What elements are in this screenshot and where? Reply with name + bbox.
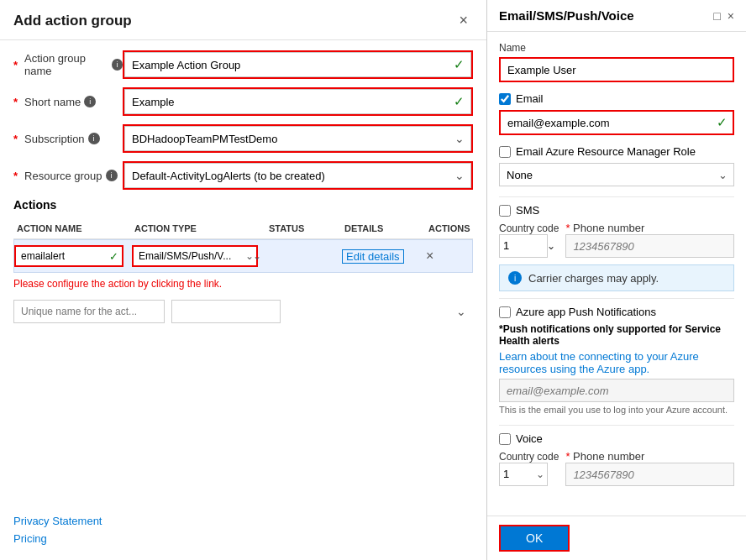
- right-body: Name Email ✓ Email Azure Resourc: [487, 32, 746, 516]
- short-name-input[interactable]: [124, 89, 471, 114]
- email-field-group: ✓: [499, 110, 734, 135]
- none-select-group: None: [499, 163, 734, 186]
- action-type-select-wrap: Email/SMS/Push/V... ⌄: [132, 245, 266, 267]
- left-header: Add action group ×: [0, 0, 486, 40]
- add-action-row: [13, 300, 473, 323]
- divider-1: [499, 196, 734, 197]
- action-type-select[interactable]: Email/SMS/Push/V...: [132, 245, 258, 267]
- action-group-name-row: * Action group name i ✓: [13, 50, 473, 79]
- actions-table-header: ACTION NAME ACTION TYPE STATUS DETAILS A…: [13, 218, 473, 239]
- new-action-type-select[interactable]: [171, 300, 281, 323]
- push-checkbox-row: Azure app Push Notifications: [499, 306, 734, 318]
- sms-country-code-label: Country code: [499, 222, 559, 234]
- delete-action-button[interactable]: ×: [426, 249, 433, 264]
- action-name-input[interactable]: [14, 245, 123, 267]
- email-input[interactable]: [499, 110, 734, 135]
- right-close-button[interactable]: ×: [728, 9, 734, 23]
- right-panel: Email/SMS/Push/Voice □ × Name Email: [487, 0, 746, 560]
- resource-group-star: *: [13, 170, 18, 182]
- resource-group-label: * Resource group i: [13, 170, 123, 182]
- voice-country-code-select[interactable]: 1: [499, 463, 548, 486]
- subscription-select-wrap: BDHadoopTeamPMTestDemo: [123, 124, 473, 153]
- minimize-button[interactable]: □: [713, 9, 720, 23]
- short-name-row: * Short name i ✓: [13, 87, 473, 116]
- voice-phone-label: * Phone number: [565, 450, 734, 463]
- email-azure-rm-checkbox[interactable]: [499, 146, 511, 158]
- subscription-label: * Subscription i: [13, 133, 123, 145]
- push-email-input[interactable]: [499, 379, 734, 402]
- voice-inputs-row: Country code 1 ⌄ * Phone number: [499, 450, 734, 486]
- col-action-type: ACTION TYPE: [131, 222, 265, 235]
- divider-2: [499, 298, 734, 299]
- right-panel-title: Email/SMS/Push/Voice: [499, 8, 634, 23]
- action-group-name-info-icon[interactable]: i: [112, 59, 123, 71]
- email-azure-rm-label: Email Azure Resource Manager Role: [516, 145, 696, 158]
- voice-label: Voice: [516, 432, 543, 445]
- carrier-message: Carrier charges may apply.: [528, 272, 659, 285]
- voice-country-code-group: Country code 1 ⌄: [499, 451, 559, 486]
- action-name-input-wrap: ✓: [14, 245, 132, 267]
- right-header-icons: □ ×: [713, 9, 734, 23]
- name-input[interactable]: [499, 57, 734, 82]
- name-field-label: Name: [499, 42, 734, 54]
- action-details-cell: Edit details: [342, 249, 426, 264]
- sms-checkbox[interactable]: [499, 205, 511, 217]
- sms-phone-input[interactable]: [565, 234, 734, 258]
- sms-country-code-select[interactable]: 1: [499, 234, 548, 258]
- sms-country-code-wrap: 1 ⌄: [499, 234, 559, 258]
- left-panel-title: Add action group: [13, 13, 132, 29]
- edit-details-button[interactable]: Edit details: [342, 249, 404, 264]
- divider-3: [499, 425, 734, 426]
- push-learn-more-link[interactable]: Learn about tne connecting to your Azure…: [499, 350, 699, 375]
- sms-phone-group: * Phone number: [565, 222, 734, 258]
- action-row: ✓ Email/SMS/Push/V... ⌄ Edit detai: [13, 239, 473, 273]
- sms-country-code-group: Country code 1 ⌄: [499, 222, 559, 258]
- voice-country-code-wrap: 1 ⌄: [499, 463, 548, 486]
- voice-phone-group: * Phone number: [565, 450, 734, 486]
- action-group-name-input[interactable]: [124, 52, 471, 77]
- subscription-info-icon[interactable]: i: [88, 133, 100, 144]
- email-azure-rm-row: Email Azure Resource Manager Role: [499, 145, 734, 158]
- actions-title: Actions: [13, 198, 473, 212]
- new-action-type-wrap: [171, 300, 473, 323]
- resource-group-select-wrap: Default-ActivityLogAlerts (to be created…: [123, 161, 473, 190]
- actions-section: Actions ACTION NAME ACTION TYPE STATUS D…: [13, 198, 473, 323]
- voice-checkbox[interactable]: [499, 433, 511, 445]
- sms-inputs-row: Country code 1 ⌄ * Phone number: [499, 222, 734, 258]
- action-group-name-input-wrap: ✓: [123, 50, 473, 79]
- required-star: *: [13, 59, 18, 71]
- right-header: Email/SMS/Push/Voice □ ×: [487, 0, 746, 32]
- resource-group-info-icon[interactable]: i: [106, 170, 118, 181]
- left-close-button[interactable]: ×: [454, 10, 473, 31]
- email-checkbox-row: Email: [499, 92, 734, 105]
- voice-checkbox-row: Voice: [499, 432, 734, 445]
- short-name-star: *: [13, 96, 18, 108]
- sms-checkbox-row: SMS: [499, 204, 734, 217]
- left-panel: Add action group × * Action group name i…: [0, 0, 487, 560]
- voice-phone-required-star: *: [565, 450, 573, 463]
- action-group-name-label: * Action group name i: [13, 52, 123, 77]
- carrier-info-icon: i: [508, 271, 522, 285]
- push-checkbox[interactable]: [499, 306, 511, 318]
- none-select-wrap: None: [499, 163, 734, 186]
- push-learn-more: Learn about tne connecting to your Azure…: [499, 350, 734, 375]
- email-checkbox[interactable]: [499, 93, 511, 105]
- email-input-wrap: ✓: [499, 110, 734, 135]
- subscription-select[interactable]: BDHadoopTeamPMTestDemo: [124, 126, 471, 151]
- azure-rm-role-select[interactable]: None: [499, 163, 734, 186]
- new-action-name-input[interactable]: [13, 300, 165, 323]
- push-note: *Push notifications only supported for S…: [499, 323, 734, 347]
- pricing-link[interactable]: Pricing: [13, 532, 473, 545]
- sms-phone-required-star: *: [565, 222, 573, 234]
- privacy-statement-link[interactable]: Privacy Statement: [13, 515, 473, 527]
- carrier-banner: i Carrier charges may apply.: [499, 264, 734, 291]
- short-name-label: * Short name i: [13, 96, 123, 108]
- resource-group-select[interactable]: Default-ActivityLogAlerts (to be created…: [124, 163, 471, 188]
- sms-label: SMS: [516, 204, 539, 217]
- voice-country-code-label: Country code: [499, 451, 559, 463]
- short-name-info-icon[interactable]: i: [84, 96, 96, 107]
- ok-button[interactable]: OK: [499, 525, 570, 552]
- voice-phone-input[interactable]: [565, 463, 734, 486]
- name-field-group: Name: [499, 42, 734, 82]
- sms-country-code-chevron-icon: ⌄: [547, 240, 555, 252]
